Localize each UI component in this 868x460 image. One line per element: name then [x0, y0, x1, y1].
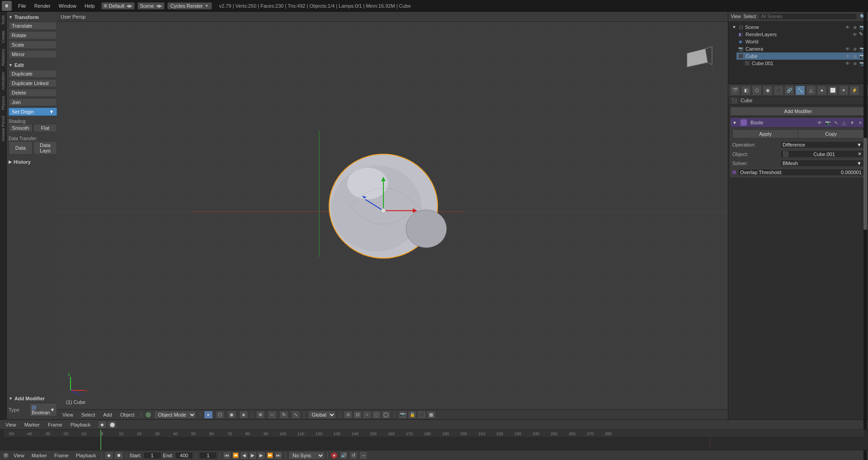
prop-texture-icon[interactable]: ⬜ — [828, 85, 838, 95]
mirror-btn[interactable]: Mirror — [9, 50, 57, 58]
add-menu[interactable]: Add — [100, 412, 115, 418]
timeline-playback-menu[interactable]: Playback — [68, 422, 94, 428]
mode-select[interactable]: Object Mode — [154, 411, 196, 419]
screen-selector[interactable]: ⊞ Default ◀▶ — [101, 2, 135, 9]
add-modifier-btn[interactable]: Add Modifier — [730, 107, 866, 116]
coord-select[interactable]: Global — [308, 411, 336, 419]
start-input[interactable] — [143, 452, 161, 459]
outliner-cube[interactable]: ⬛ Cube 👁 ⊕ 📷 — [736, 52, 866, 60]
copy-btn[interactable]: Copy — [798, 129, 864, 138]
current-frame-input[interactable] — [199, 452, 217, 459]
tab-greasepencil[interactable]: Grease Pencil — [0, 113, 6, 144]
menu-render[interactable]: Render — [31, 2, 54, 9]
camera-view[interactable]: 📷 — [398, 411, 407, 419]
tab-relations[interactable]: Relations — [0, 46, 6, 69]
play-jump-end[interactable]: ⏭ — [274, 451, 283, 460]
snap-type[interactable]: ⊡ — [353, 411, 362, 419]
timeline-footer-frame[interactable]: Frame — [52, 452, 71, 459]
transform-arrows[interactable]: ↔ — [268, 411, 277, 419]
end-input[interactable] — [175, 452, 193, 459]
object-menu[interactable]: Object — [118, 412, 137, 418]
flat-btn[interactable]: Flat — [33, 124, 57, 132]
viewport-shading-mat[interactable]: ◉ — [227, 411, 236, 419]
tab-animation[interactable]: Animation — [0, 69, 6, 93]
overlap-field[interactable]: Overlap Threshold: 0.000001 — [738, 169, 864, 176]
prop-scene-settings[interactable]: ⬡ — [752, 85, 762, 95]
timeline-footer-view[interactable]: View — [11, 452, 27, 459]
menu-file[interactable]: File — [14, 2, 30, 9]
timeline-canvas[interactable]: -50 -40 -30 -20 -10 0 10 20 30 40 50 60 … — [0, 430, 868, 450]
timeline-marker-menu[interactable]: Marker — [22, 422, 42, 428]
proportional[interactable]: ○ — [363, 411, 372, 419]
delete-btn[interactable]: Delete — [9, 89, 57, 97]
menu-window[interactable]: Window — [55, 2, 80, 9]
prop-modifiers-icon[interactable]: 🔧 — [795, 85, 805, 95]
mod-delete-btn[interactable]: ✕ — [857, 119, 864, 126]
vis-eye[interactable]: 👁 — [844, 24, 851, 30]
mod-render-btn[interactable]: 📷 — [824, 119, 831, 126]
play-jump-start[interactable]: ⏮ — [223, 451, 231, 460]
history-section-header[interactable]: ▶ History — [9, 158, 57, 166]
play-btn[interactable]: ▶ — [249, 451, 257, 460]
key-auto-btn[interactable]: ⬤ — [108, 421, 117, 429]
object-field[interactable]: ⬛ Cube.001 ✕ — [780, 150, 864, 158]
vis-cursor[interactable]: ⊕ — [852, 24, 858, 30]
viewport-shading-render[interactable]: ◈ — [239, 411, 248, 419]
scroll-indicator[interactable] — [863, 84, 867, 419]
transform-manipulator[interactable]: ⊕ — [256, 411, 265, 419]
translate-btn[interactable]: Translate — [9, 22, 57, 30]
outliner-scene[interactable]: ▼ ⬡ Scene 👁 ⊕ 📷 — [730, 24, 866, 31]
keyframe-auto[interactable]: ⏺ — [114, 451, 123, 460]
duplicate-btn[interactable]: Duplicate — [9, 70, 57, 78]
prop-data-icon[interactable]: △ — [806, 85, 816, 95]
apply-btn[interactable]: Apply — [732, 129, 798, 138]
cube001-vis[interactable]: 👁 — [844, 60, 851, 66]
viewport-shading-wire[interactable]: ⬡ — [216, 411, 225, 419]
rotate-btn[interactable]: Rotate — [9, 31, 57, 39]
outliner-search[interactable] — [759, 13, 857, 20]
outliner-camera[interactable]: 📷 Camera 👁 ⊕ 📷 — [736, 45, 866, 52]
sync-select[interactable]: No Sync — [288, 451, 325, 460]
solver-select[interactable]: BMesh ▼ — [780, 160, 864, 167]
prop-object-icon[interactable]: ⬛ — [774, 85, 783, 95]
mod-collapse-arrow[interactable]: ▼ — [732, 120, 737, 125]
cam-vis[interactable]: 👁 — [844, 46, 851, 52]
add-modifier-section-header[interactable]: ▼ Add Modifier — [9, 395, 57, 402]
type-select[interactable]: Boolean ▼ — [29, 403, 57, 417]
prop-physics-icon[interactable]: ⚡ — [849, 85, 859, 95]
mod-expand-btn[interactable]: ▼ — [849, 119, 856, 126]
play-prev-frame[interactable]: ◀ — [240, 451, 248, 460]
transform-scale[interactable]: ⤡ — [291, 411, 300, 419]
rl-vis[interactable]: 👁 — [852, 31, 858, 38]
play-prev-key[interactable]: ⏪ — [231, 451, 240, 460]
operation-select[interactable]: Difference ▼ — [780, 141, 864, 148]
play-next-key[interactable]: ⏩ — [266, 451, 274, 460]
viewport-canvas[interactable]: · X Z Y (1) Cube — [57, 22, 728, 409]
loop-btn[interactable]: ↺ — [349, 451, 358, 460]
menu-help[interactable]: Help — [81, 2, 99, 9]
object-clear[interactable]: ✕ — [858, 151, 862, 157]
outliner-renderlayers[interactable]: ◧ RenderLayers 👁 ✎ — [736, 31, 866, 38]
play-next-frame[interactable]: ▶ — [257, 451, 265, 460]
transform-rotate[interactable]: ↻ — [279, 411, 288, 419]
prop-constraints-icon[interactable]: 🔗 — [784, 85, 794, 95]
prop-renderlayers-icon[interactable]: ◧ — [741, 85, 751, 95]
engine-selector[interactable]: Cycles Render ▼ — [167, 2, 212, 9]
cam-sel[interactable]: ⊕ — [852, 46, 858, 52]
timeline-footer-marker[interactable]: Marker — [29, 452, 50, 459]
keyframe-prev[interactable]: ◆ — [104, 451, 113, 460]
view-ortho[interactable]: ▦ — [427, 411, 436, 419]
mod-edit-btn[interactable]: ✎ — [832, 119, 840, 126]
timeline-content[interactable] — [0, 437, 868, 450]
prop-material-icon[interactable]: ● — [817, 85, 827, 95]
audio-mute[interactable]: ● — [330, 452, 338, 459]
scene-selector[interactable]: Scene ◀▶ — [137, 2, 164, 9]
proportional-size[interactable]: ◯ — [382, 411, 391, 419]
tab-physics[interactable]: Physics — [0, 93, 6, 113]
snap-btn[interactable]: ⊙ — [344, 411, 353, 419]
tab-tools[interactable]: Tools — [0, 13, 6, 28]
view-persp[interactable]: ⬛ — [417, 411, 426, 419]
frame-skip[interactable]: ↔ — [359, 451, 368, 460]
lock-camera[interactable]: 🔒 — [408, 411, 417, 419]
join-btn[interactable]: Join — [9, 98, 57, 106]
